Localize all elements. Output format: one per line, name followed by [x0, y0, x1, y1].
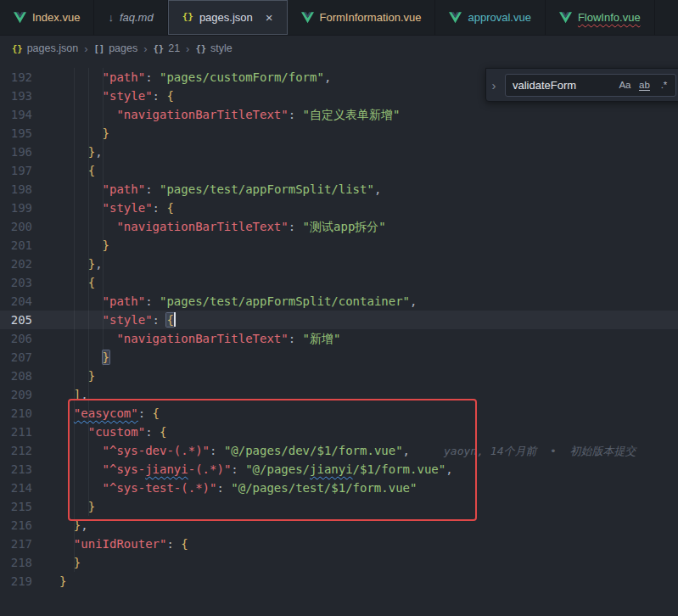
- line-number[interactable]: 205: [0, 311, 44, 329]
- tab-forminformation-vue[interactable]: FormInformation.vue: [288, 0, 436, 35]
- code-line[interactable]: 200 "navigationBarTitleText": "测试app拆分": [0, 217, 678, 236]
- line-number[interactable]: 194: [0, 105, 44, 124]
- line-number[interactable]: 214: [0, 479, 44, 497]
- breadcrumb-label: 21: [168, 42, 180, 54]
- code-line[interactable]: 196 },: [0, 143, 678, 161]
- tab-label: FlowInfo.vue: [578, 11, 641, 24]
- tab-label: pages.json: [199, 11, 253, 24]
- indent-guide: [74, 68, 75, 572]
- code-text: "navigationBarTitleText": "自定义表单新增": [44, 105, 400, 124]
- line-number[interactable]: 201: [0, 236, 44, 255]
- line-number[interactable]: 204: [0, 292, 44, 311]
- code-line[interactable]: 198 "path": "pages/test/appFormSplit/lis…: [0, 180, 678, 199]
- symbol-icon: {}: [12, 43, 23, 53]
- breadcrumb-label: pages.json: [27, 42, 78, 54]
- line-number[interactable]: 218: [0, 553, 44, 572]
- line-number[interactable]: 210: [0, 404, 44, 423]
- code-line[interactable]: 194 "navigationBarTitleText": "自定义表单新增": [0, 105, 678, 124]
- code-line[interactable]: 215 }: [0, 497, 678, 516]
- tab-pages-json[interactable]: {}pages.json×: [168, 0, 288, 35]
- whole-word-option[interactable]: ab: [636, 76, 653, 94]
- code-text: "style": {: [44, 199, 174, 217]
- line-number[interactable]: 195: [0, 124, 44, 143]
- line-number[interactable]: 203: [0, 273, 44, 292]
- line-number[interactable]: 209: [0, 385, 44, 404]
- breadcrumb-item-pages-json[interactable]: {}pages.json: [12, 42, 78, 54]
- json-icon: {}: [182, 11, 193, 24]
- code-text: "path": "pages/test/appFormSplit/contain…: [44, 292, 417, 311]
- line-number[interactable]: 206: [0, 329, 44, 348]
- code-line[interactable]: 210 "easycom": {: [0, 404, 678, 423]
- line-number[interactable]: 197: [0, 161, 44, 180]
- breadcrumb-separator: ›: [143, 42, 147, 55]
- code-line[interactable]: 209 ],: [0, 385, 678, 404]
- code-lines: 192 "path": "pages/customForm/form",193 …: [0, 68, 678, 591]
- tab-index-vue[interactable]: Index.vue: [0, 0, 94, 35]
- tab-flowinfo-vue[interactable]: FlowInfo.vue: [546, 0, 655, 35]
- close-icon[interactable]: ×: [266, 11, 273, 24]
- code-line[interactable]: 218 }: [0, 553, 678, 572]
- line-number[interactable]: 202: [0, 255, 44, 273]
- line-number[interactable]: 213: [0, 460, 44, 479]
- code-line[interactable]: 195 }: [0, 124, 678, 143]
- code-text: }: [44, 572, 66, 591]
- tab-approval-vue[interactable]: approval.vue: [435, 0, 545, 35]
- code-line[interactable]: 211 "custom": {: [0, 423, 678, 441]
- line-number[interactable]: 199: [0, 199, 44, 217]
- breadcrumb: {}pages.json›[]pages›{}21›{}style: [0, 36, 678, 61]
- code-line[interactable]: 197 {: [0, 161, 678, 180]
- code-line[interactable]: 207 }: [0, 348, 678, 367]
- code-line[interactable]: 208 }: [0, 367, 678, 385]
- code-line[interactable]: 216 },: [0, 516, 678, 535]
- code-line[interactable]: 202 },: [0, 255, 678, 273]
- line-number[interactable]: 211: [0, 423, 44, 441]
- find-input-box[interactable]: Aa ab .*: [505, 74, 676, 97]
- code-line[interactable]: 219}: [0, 572, 678, 591]
- line-number[interactable]: 193: [0, 87, 44, 105]
- code-text: "style": {: [44, 87, 174, 105]
- match-case-option[interactable]: Aa: [616, 76, 634, 94]
- code-text: "easycom": {: [44, 404, 160, 423]
- code-line[interactable]: 212 "^sys-dev-(.*)": "@/pages/dev/$1/for…: [0, 441, 678, 460]
- code-line[interactable]: 199 "style": {: [0, 199, 678, 217]
- breadcrumb-label: pages: [109, 42, 137, 54]
- find-replace-toggle[interactable]: ›: [486, 69, 501, 101]
- line-number[interactable]: 192: [0, 68, 44, 87]
- regex-option[interactable]: .*: [655, 76, 673, 94]
- code-text: "uniIdRouter": {: [44, 535, 188, 553]
- code-line[interactable]: 205 "style": {: [0, 311, 678, 329]
- line-number[interactable]: 216: [0, 516, 44, 535]
- line-number[interactable]: 200: [0, 217, 44, 236]
- breadcrumb-item-style[interactable]: {}style: [195, 42, 232, 54]
- tab-label: FormInformation.vue: [320, 11, 422, 24]
- line-number[interactable]: 212: [0, 441, 44, 460]
- code-line[interactable]: 217 "uniIdRouter": {: [0, 535, 678, 553]
- symbol-icon: {}: [154, 43, 165, 53]
- editor[interactable]: 192 "path": "pages/customForm/form",193 …: [0, 61, 678, 616]
- code-line[interactable]: 203 {: [0, 273, 678, 292]
- breadcrumb-separator: ›: [186, 42, 189, 55]
- line-number[interactable]: 198: [0, 180, 44, 199]
- code-line[interactable]: 206 "navigationBarTitleText": "新增": [0, 329, 678, 348]
- code-line[interactable]: 213 "^sys-jianyi-(.*)": "@/pages/jianyi/…: [0, 460, 678, 479]
- code-text: "navigationBarTitleText": "测试app拆分": [44, 217, 386, 236]
- tab-faq-md[interactable]: ↓faq.md: [94, 0, 167, 35]
- breadcrumb-item-pages[interactable]: []pages: [93, 42, 137, 54]
- breadcrumb-item-21[interactable]: {}21: [154, 42, 181, 54]
- breadcrumb-separator: ›: [84, 42, 87, 55]
- symbol-icon: {}: [195, 43, 206, 53]
- line-number[interactable]: 207: [0, 348, 44, 367]
- code-line[interactable]: 204 "path": "pages/test/appFormSplit/con…: [0, 292, 678, 311]
- text-cursor: [174, 312, 176, 327]
- line-number[interactable]: 196: [0, 143, 44, 161]
- line-number[interactable]: 215: [0, 497, 44, 516]
- code-text: "^sys-dev-(.*)": "@/pages/dev/$1/form.vu…: [44, 441, 636, 460]
- line-number[interactable]: 208: [0, 367, 44, 385]
- code-line[interactable]: 214 "^sys-test-(.*)": "@/pages/test/$1/f…: [0, 479, 678, 497]
- line-number[interactable]: 217: [0, 535, 44, 553]
- code-line[interactable]: 201 }: [0, 236, 678, 255]
- find-input[interactable]: [513, 79, 614, 92]
- markdown-icon: ↓: [108, 11, 114, 24]
- line-number[interactable]: 219: [0, 572, 44, 591]
- indent-guide: [88, 68, 89, 516]
